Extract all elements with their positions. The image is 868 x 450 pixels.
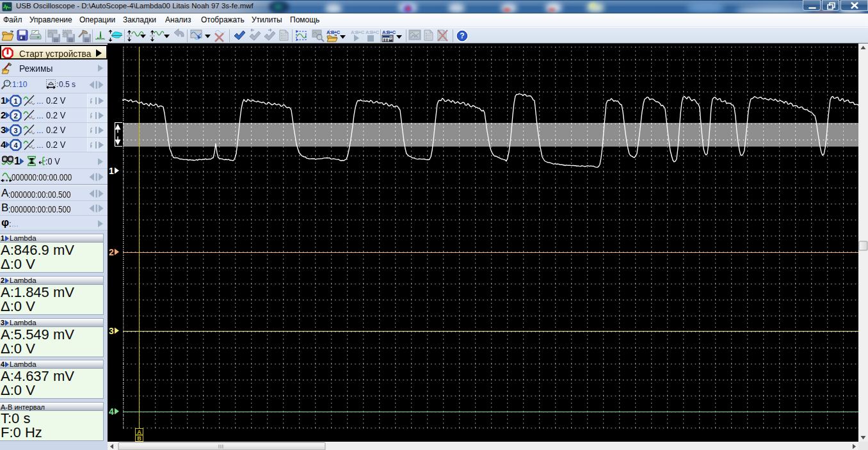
svg-text:A:B+C: A:B+C: [382, 29, 396, 35]
svg-text:2: 2: [109, 247, 114, 257]
svg-text:A:B+C: A:B+C: [326, 29, 341, 35]
svg-text:3: 3: [13, 127, 17, 134]
svg-text:A:B+C: A:B+C: [351, 29, 365, 35]
svg-text:A:B+C: A:B+C: [366, 29, 380, 35]
svg-text:4: 4: [13, 141, 18, 149]
svg-text:A: A: [137, 429, 141, 435]
svg-text:1: 1: [13, 97, 17, 105]
svg-text:B: B: [137, 435, 141, 442]
svg-text:4: 4: [109, 406, 114, 417]
svg-text:2: 2: [13, 112, 17, 120]
svg-text:1: 1: [109, 166, 114, 176]
svg-text:?: ?: [460, 31, 464, 40]
svg-text:3: 3: [109, 326, 114, 336]
